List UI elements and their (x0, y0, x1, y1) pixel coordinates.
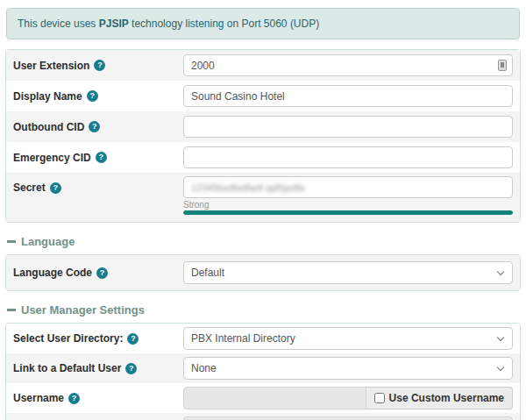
password-strength-meter: Strong (183, 200, 513, 215)
help-icon[interactable]: ? (89, 121, 100, 132)
user-manager-section-header: User Manager Settings (7, 303, 519, 317)
outbound-cid-row: Outbound CID ? (6, 111, 520, 142)
strength-track (183, 210, 513, 215)
outbound-cid-input[interactable] (183, 116, 513, 138)
secret-value: 12345kadfadfadf.ajd5jadfa (191, 182, 305, 193)
emergency-cid-row: Emergency CID ? (6, 142, 520, 173)
banner-technology-name: PJSIP (99, 18, 129, 30)
user-manager-section-title: User Manager Settings (21, 303, 145, 317)
username-input (183, 387, 366, 409)
language-panel: Language Code ? Default (5, 254, 521, 291)
outbound-cid-label-group: Outbound CID ? (13, 121, 183, 133)
banner-text-prefix: This device uses (18, 18, 99, 30)
secret-label: Secret (13, 182, 46, 194)
strength-bar (183, 210, 513, 215)
chevron-down-icon (497, 334, 504, 341)
select-user-directory-label-group: Select User Directory: ? (13, 332, 183, 345)
user-extension-label-group: User Extension ? (13, 60, 183, 72)
display-name-row: Display Name ? (6, 81, 520, 111)
username-label: Username (13, 392, 64, 404)
select-user-directory-label: Select User Directory: (13, 332, 123, 345)
secret-label-group: Secret ? (13, 176, 183, 194)
link-default-user-label-group: Link to a Default User ? (13, 362, 183, 374)
help-icon[interactable]: ? (125, 363, 137, 374)
display-name-label-group: Display Name ? (13, 90, 183, 103)
help-icon[interactable]: ? (96, 267, 108, 279)
display-name-input[interactable] (183, 85, 513, 107)
language-code-label: Language Code (13, 267, 92, 279)
username-row: Username ? Use Custom Username (6, 383, 520, 413)
emergency-cid-label-group: Emergency CID ? (13, 152, 183, 164)
outbound-cid-label: Outbound CID (13, 121, 84, 133)
help-icon[interactable]: ? (50, 182, 61, 194)
select-user-directory-row: Select User Directory: ? PBX Internal Di… (6, 324, 520, 353)
chevron-down-icon (497, 364, 504, 371)
help-icon[interactable]: ? (96, 152, 107, 163)
secret-input[interactable]: 12345kadfadfadf.ajd5jadfa (183, 176, 513, 198)
language-section-header: Language (7, 235, 519, 248)
language-section-title: Language (21, 235, 75, 248)
user-extension-row: User Extension ? (6, 50, 520, 81)
user-directory-selected-value: PBX Internal Directory (191, 332, 295, 345)
pjsip-info-banner: This device uses PJSIP technology listen… (6, 8, 520, 39)
emergency-cid-label: Emergency CID (13, 152, 91, 164)
language-code-select[interactable]: Default (183, 261, 513, 284)
secret-row: Secret ? 12345kadfadfadf.ajd5jadfa Stron… (6, 173, 520, 222)
user-directory-select[interactable]: PBX Internal Directory (183, 327, 513, 350)
use-custom-username-checkbox[interactable] (374, 393, 385, 403)
link-default-user-selected-value: None (191, 362, 217, 374)
autofill-icon[interactable] (498, 60, 507, 71)
help-icon[interactable]: ? (87, 90, 98, 102)
link-default-user-select[interactable]: None (183, 357, 513, 380)
user-extension-label: User Extension (13, 60, 89, 72)
password-new-user-input: Dw4f2ce707aF18737a512705b49We7a (183, 416, 513, 420)
link-default-user-label: Link to a Default User (13, 362, 121, 374)
emergency-cid-input[interactable] (183, 146, 513, 168)
help-icon[interactable]: ? (68, 393, 80, 404)
use-custom-username-label: Use Custom Username (389, 392, 504, 404)
banner-text-suffix: technology listening on Port 5060 (UDP) (129, 18, 319, 30)
link-default-user-row: Link to a Default User ? None (6, 353, 520, 383)
user-extension-input[interactable] (183, 54, 513, 76)
use-custom-username-addon: Use Custom Username (366, 387, 513, 409)
help-icon[interactable]: ? (127, 333, 139, 345)
collapse-icon[interactable] (7, 309, 16, 311)
user-manager-panel: Select User Directory: ? PBX Internal Di… (5, 323, 521, 420)
help-icon[interactable]: ? (94, 60, 105, 71)
strength-label: Strong (183, 200, 513, 210)
collapse-icon[interactable] (7, 240, 16, 243)
password-new-user-row: Password For New User ? Dw4f2ce707aF1873… (6, 413, 520, 420)
extension-settings-page: This device uses PJSIP technology listen… (0, 0, 526, 420)
chevron-down-icon (497, 268, 504, 275)
language-code-label-group: Language Code ? (13, 267, 183, 279)
extension-panel: User Extension ? Display Name ? Outbound… (5, 49, 521, 223)
username-label-group: Username ? (13, 392, 183, 404)
display-name-label: Display Name (13, 90, 82, 103)
language-code-selected-value: Default (191, 267, 224, 279)
language-code-row: Language Code ? Default (6, 255, 520, 290)
